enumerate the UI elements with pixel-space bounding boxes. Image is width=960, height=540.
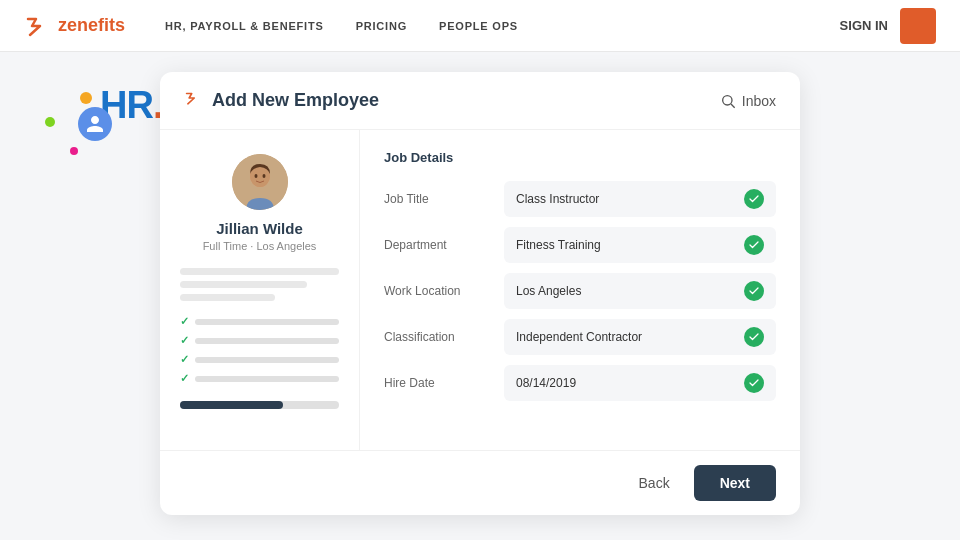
checklist-item-4: ✓ xyxy=(180,372,339,385)
nav-people-ops[interactable]: PEOPLE OPS xyxy=(439,20,518,32)
field-value-hire-date: 08/14/2019 xyxy=(504,365,776,401)
field-value-job-title: Class Instructor xyxy=(504,181,776,217)
nav-hr[interactable]: HR, PAYROLL & BENEFITS xyxy=(165,20,324,32)
check-green-work-location xyxy=(744,281,764,301)
field-label-work-location: Work Location xyxy=(384,284,494,298)
nav-links: HR, PAYROLL & BENEFITS PRICING PEOPLE OP… xyxy=(165,20,840,32)
card-footer: Back Next xyxy=(160,450,800,515)
logo-text: zenefits xyxy=(58,15,125,36)
zenefits-small-icon xyxy=(184,90,202,111)
svg-line-1 xyxy=(731,104,735,108)
left-panel: Jillian Wilde Full Time · Los Angeles ✓ … xyxy=(160,130,360,450)
skeleton-lines xyxy=(180,268,339,307)
right-panel: Job Details Job Title Class Instructor D… xyxy=(360,130,800,450)
checklist: ✓ ✓ ✓ ✓ xyxy=(180,315,339,391)
field-row-classification: Classification Independent Contractor xyxy=(384,319,776,355)
main-content: Add New Employee Inbox xyxy=(0,52,960,540)
progress-bar-container xyxy=(180,401,339,409)
check-green-classification xyxy=(744,327,764,347)
check-green-job-title xyxy=(744,189,764,209)
inbox-button[interactable]: Inbox xyxy=(720,93,776,109)
back-button[interactable]: Back xyxy=(625,467,684,499)
navbar: zenefits HR, PAYROLL & BENEFITS PRICING … xyxy=(0,0,960,52)
check-green-hire-date xyxy=(744,373,764,393)
next-button[interactable]: Next xyxy=(694,465,776,501)
search-icon xyxy=(720,93,736,109)
check-line-3 xyxy=(195,357,339,363)
nav-pricing[interactable]: PRICING xyxy=(356,20,407,32)
progress-bar-track xyxy=(180,401,339,409)
svg-point-0 xyxy=(722,95,731,104)
field-value-department: Fitness Training xyxy=(504,227,776,263)
check-line-2 xyxy=(195,338,339,344)
svg-point-6 xyxy=(262,174,265,178)
check-icon-1: ✓ xyxy=(180,315,189,328)
progress-bar-fill xyxy=(180,401,283,409)
field-row-job-title: Job Title Class Instructor xyxy=(384,181,776,217)
skeleton-line-2 xyxy=(180,281,307,288)
checklist-item-3: ✓ xyxy=(180,353,339,366)
field-label-department: Department xyxy=(384,238,494,252)
card-title-area: Add New Employee xyxy=(184,90,379,111)
check-icon-3: ✓ xyxy=(180,353,189,366)
field-row-work-location: Work Location Los Angeles xyxy=(384,273,776,309)
nav-red-button[interactable] xyxy=(900,8,936,44)
field-label-job-title: Job Title xyxy=(384,192,494,206)
section-title: Job Details xyxy=(384,150,776,165)
field-value-classification: Independent Contractor xyxy=(504,319,776,355)
employee-meta: Full Time · Los Angeles xyxy=(203,240,317,252)
skeleton-line-1 xyxy=(180,268,339,275)
card-title: Add New Employee xyxy=(212,90,379,111)
check-line-1 xyxy=(195,319,339,325)
skeleton-line-3 xyxy=(180,294,275,301)
field-row-department: Department Fitness Training xyxy=(384,227,776,263)
field-value-work-location: Los Angeles xyxy=(504,273,776,309)
check-icon-2: ✓ xyxy=(180,334,189,347)
signin-button[interactable]: SIGN IN xyxy=(840,18,888,33)
svg-point-5 xyxy=(254,174,257,178)
check-green-department xyxy=(744,235,764,255)
field-label-classification: Classification xyxy=(384,330,494,344)
inbox-label: Inbox xyxy=(742,93,776,109)
logo[interactable]: zenefits xyxy=(24,15,125,37)
checklist-item-1: ✓ xyxy=(180,315,339,328)
card-header: Add New Employee Inbox xyxy=(160,72,800,130)
checklist-item-2: ✓ xyxy=(180,334,339,347)
nav-right: SIGN IN xyxy=(840,8,936,44)
check-icon-4: ✓ xyxy=(180,372,189,385)
modal-card: Add New Employee Inbox xyxy=(160,72,800,515)
field-label-hire-date: Hire Date xyxy=(384,376,494,390)
field-row-hire-date: Hire Date 08/14/2019 xyxy=(384,365,776,401)
card-body: Jillian Wilde Full Time · Los Angeles ✓ … xyxy=(160,130,800,450)
check-line-4 xyxy=(195,376,339,382)
employee-name: Jillian Wilde xyxy=(216,220,303,237)
employee-avatar xyxy=(232,154,288,210)
